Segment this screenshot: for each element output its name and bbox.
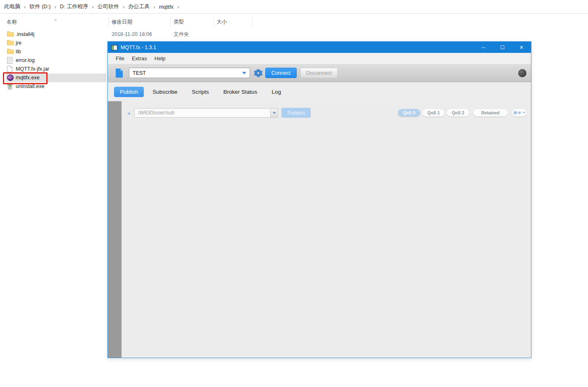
qos-toggle-qos-2[interactable]: QoS 2: [447, 109, 469, 116]
column-header-name[interactable]: 名称: [7, 19, 17, 26]
disconnect-button[interactable]: Disconnect: [300, 68, 338, 78]
folder-icon: [7, 48, 14, 55]
column-header-date[interactable]: 修改日期: [112, 19, 132, 26]
connection-status-indicator: [518, 69, 526, 77]
folder-icon: [7, 40, 14, 46]
connection-profile-value: TEST: [133, 70, 242, 76]
publish-tab-panel: » /W630/user/sub Publish QoS 0QoS 1QoS 2…: [121, 101, 531, 358]
column-divider[interactable]: [213, 17, 214, 26]
gear-icon: [518, 111, 521, 114]
minimize-button[interactable]: ─: [474, 42, 493, 53]
breadcrumb-separator-icon: ›: [123, 4, 124, 10]
tab-scripts[interactable]: Scripts: [186, 87, 214, 97]
qos-toggle-qos-1[interactable]: QoS 1: [422, 109, 445, 116]
breadcrumb-item[interactable]: D: 工作程序: [60, 3, 88, 10]
breadcrumb-item[interactable]: 公司软件: [98, 3, 119, 10]
folder-icon: [7, 31, 14, 38]
column-divider[interactable]: [252, 17, 252, 26]
collapsed-side-panel[interactable]: [108, 101, 121, 358]
jar-file-icon: [7, 66, 14, 72]
breadcrumb-separator-icon: ›: [153, 4, 155, 10]
breadcrumb-item[interactable]: mqttfx: [159, 4, 174, 10]
file-name: jre: [16, 39, 21, 47]
connection-bar: TEST Connect Disconnect: [108, 64, 531, 82]
menu-item-extras[interactable]: Extras: [128, 55, 151, 62]
publish-row: » /W630/user/sub Publish QoS 0QoS 1QoS 2…: [121, 108, 531, 118]
file-name: error.log: [16, 56, 35, 65]
chevron-down-icon: [273, 112, 276, 114]
breadcrumb-separator-icon: ›: [177, 4, 179, 10]
breadcrumb-separator-icon: ›: [92, 4, 94, 10]
file-row[interactable]: .install4j 2018-11-20 18:06 文件夹: [0, 30, 273, 39]
publish-settings-dropdown[interactable]: [512, 109, 527, 116]
connect-button[interactable]: Connect: [265, 68, 297, 78]
maximize-button[interactable]: ☐: [493, 42, 512, 53]
breadcrumb-separator-icon: ›: [55, 4, 56, 10]
breadcrumb-item[interactable]: 此电脑: [4, 3, 20, 10]
column-divider[interactable]: [170, 17, 171, 26]
publish-topic-value: /W630/user/sub: [138, 110, 174, 116]
gear-icon: [513, 111, 517, 115]
sort-ascending-icon: ⌃: [54, 19, 57, 24]
file-name: lib: [16, 47, 21, 56]
file-name: .install4j: [16, 30, 34, 39]
connection-profile-select[interactable]: TEST: [129, 68, 250, 78]
breadcrumb-separator-icon: ›: [24, 4, 26, 10]
menu-item-help[interactable]: Help: [151, 55, 169, 62]
column-header-size[interactable]: 大小: [217, 19, 227, 26]
log-file-icon: [7, 57, 14, 64]
tab-publish[interactable]: Publish: [114, 87, 144, 97]
publish-options: QoS 0QoS 1QoS 2 Retained: [398, 109, 527, 116]
content-area: » /W630/user/sub Publish QoS 0QoS 1QoS 2…: [108, 101, 531, 358]
tab-subscribe[interactable]: Subscribe: [147, 87, 183, 97]
column-header-type[interactable]: 类型: [174, 19, 184, 26]
breadcrumb-item[interactable]: 办公工具: [128, 3, 150, 10]
connection-profile-icon[interactable]: [115, 68, 123, 78]
file-list-column-headers: ⌃ 名称 修改日期 类型 大小: [0, 17, 588, 27]
file-modified-date: 2018-11-20 18:06: [112, 30, 152, 39]
topic-dropdown-button[interactable]: [270, 108, 278, 118]
file-type: 文件夹: [174, 30, 189, 39]
menu-item-file[interactable]: File: [112, 55, 128, 62]
publish-topic-input[interactable]: /W630/user/sub: [134, 108, 271, 118]
retained-toggle[interactable]: Retained: [473, 109, 508, 116]
tab-bar: PublishSubscribeScriptsBroker StatusLog: [108, 82, 531, 101]
expand-chevron-icon[interactable]: »: [127, 109, 131, 116]
tab-broker-status[interactable]: Broker Status: [218, 87, 263, 97]
tab-log[interactable]: Log: [266, 87, 287, 97]
column-divider[interactable]: [109, 17, 109, 26]
chevron-down-icon: [242, 72, 246, 74]
app-window-icon: [111, 45, 117, 50]
breadcrumb-item[interactable]: 软件 (D:): [29, 3, 50, 10]
close-button[interactable]: ✕: [512, 42, 531, 53]
menubar: FileExtrasHelp: [108, 53, 531, 64]
breadcrumb: 此电脑›软件 (D:)›D: 工作程序›公司软件›办公工具›mqttfx›: [0, 0, 588, 14]
connection-settings-gear-icon[interactable]: [254, 69, 263, 78]
publish-button[interactable]: Publish: [281, 108, 311, 118]
titlebar[interactable]: MQTT.fx - 1.3.1 ─ ☐ ✕: [108, 42, 531, 53]
chevron-down-icon: [522, 112, 526, 114]
qos-toggle-qos-0[interactable]: QoS 0: [398, 109, 420, 116]
window-title: MQTT.fx - 1.3.1: [121, 45, 156, 50]
mqttfx-window: MQTT.fx - 1.3.1 ─ ☐ ✕ FileExtrasHelp TES…: [107, 41, 531, 358]
annotation-red-box: [3, 72, 48, 84]
